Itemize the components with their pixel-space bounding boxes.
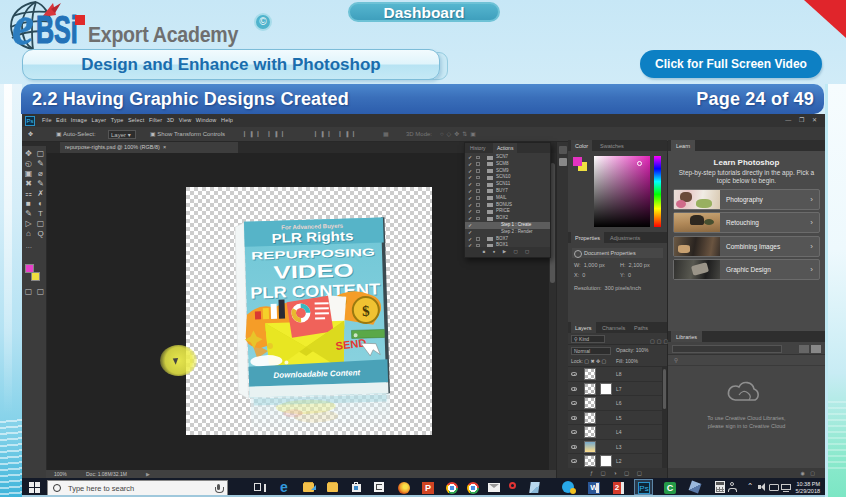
svg-text:VIDEO: VIDEO bbox=[273, 260, 354, 283]
svg-text:$: $ bbox=[362, 303, 370, 319]
svg-text:PLR Rights: PLR Rights bbox=[271, 228, 353, 246]
